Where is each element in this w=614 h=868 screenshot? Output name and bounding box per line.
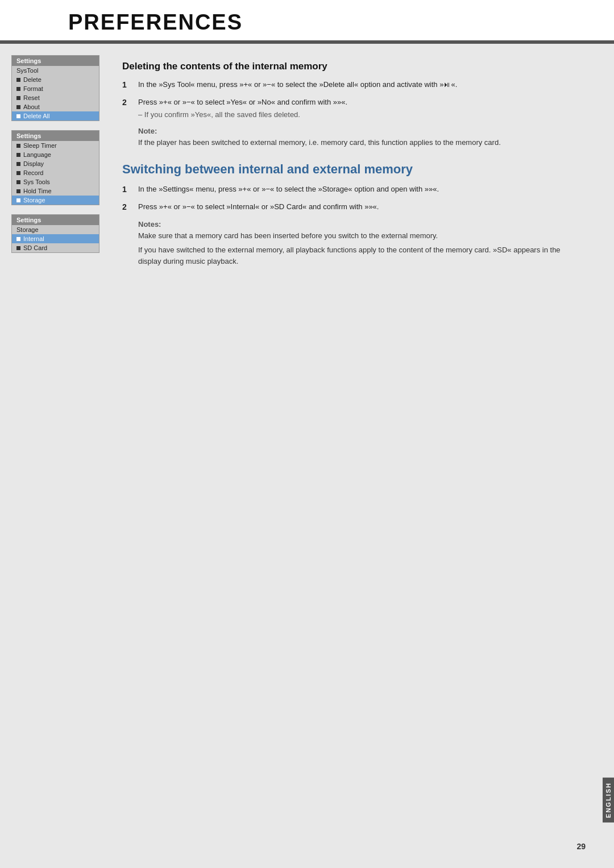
sidebar-item-format-label: Format bbox=[23, 85, 43, 92]
sidebar-item-display[interactable]: Display bbox=[12, 159, 99, 168]
sidebar-item-reset[interactable]: Reset bbox=[12, 93, 99, 102]
step-text: Press »+« or »−« to select »Internal« or… bbox=[138, 201, 379, 213]
sidebar-item-delete-all-label: Delete All bbox=[23, 113, 49, 119]
section2-steps: 1 In the »Settings« menu, press »+« or »… bbox=[122, 184, 580, 213]
sidebar-item-record-label: Record bbox=[23, 169, 43, 176]
sidebar-item-reset-label: Reset bbox=[23, 94, 40, 101]
menu-box-2-header: Settings bbox=[12, 131, 99, 141]
lang-tab: ENGLISH bbox=[603, 778, 614, 823]
sidebar-area: Settings SysTool Delete Format Reset Abo… bbox=[11, 55, 99, 278]
step-text: In the »Settings« menu, press »+« or »−«… bbox=[138, 184, 439, 196]
menu-box-1: Settings SysTool Delete Format Reset Abo… bbox=[11, 55, 99, 121]
sidebar-item-language-label: Language bbox=[23, 151, 51, 158]
sidebar-item-delete-all[interactable]: Delete All bbox=[12, 111, 99, 121]
sidebar-item-about-label: About bbox=[23, 103, 40, 110]
bullet-icon bbox=[16, 189, 20, 193]
sidebar-item-sleep-timer[interactable]: Sleep Timer bbox=[12, 141, 99, 150]
note-label: Notes: bbox=[138, 220, 580, 229]
section1-steps: 1 In the »Sys Tool« menu, press »+« or »… bbox=[122, 79, 580, 120]
step-num: 2 bbox=[122, 201, 132, 213]
sidebar-item-format[interactable]: Format bbox=[12, 84, 99, 93]
menu-box-3-header: Settings bbox=[12, 215, 99, 225]
menu-box-2: Settings Sleep Timer Language Display Re… bbox=[11, 130, 99, 205]
bullet-icon bbox=[16, 180, 20, 184]
bullet-icon bbox=[16, 171, 20, 175]
sidebar-item-delete[interactable]: Delete bbox=[12, 75, 99, 84]
sidebar-item-about[interactable]: About bbox=[12, 102, 99, 111]
sidebar-item-sys-tools[interactable]: Sys Tools bbox=[12, 177, 99, 186]
sidebar-item-hold-time-label: Hold Time bbox=[23, 188, 52, 194]
step-2-content: Press »+« or »−« to select »Yes« or »No«… bbox=[138, 97, 347, 120]
page-title: PREFERENCES bbox=[68, 10, 591, 35]
bullet-icon bbox=[16, 105, 20, 109]
content-area: Deleting the contents of the internal me… bbox=[111, 55, 591, 278]
bullet-icon bbox=[16, 114, 20, 118]
sidebar-item-language[interactable]: Language bbox=[12, 150, 99, 159]
step-num: 1 bbox=[122, 79, 132, 91]
bullet-icon bbox=[16, 96, 20, 100]
sidebar-item-record[interactable]: Record bbox=[12, 168, 99, 177]
bullet-icon bbox=[16, 87, 20, 91]
section1-note: Note: If the player has been switched to… bbox=[138, 127, 580, 148]
step-text: In the »Sys Tool« menu, press »+« or »−«… bbox=[138, 79, 457, 91]
bullet-icon bbox=[16, 237, 20, 241]
step-1-2: 2 Press »+« or »−« to select »Yes« or »N… bbox=[122, 97, 580, 120]
main-layout: Settings SysTool Delete Format Reset Abo… bbox=[0, 44, 614, 289]
menu-box-3: Settings Storage Internal SD Card bbox=[11, 214, 99, 253]
bullet-icon bbox=[16, 162, 20, 166]
bullet-icon bbox=[16, 246, 20, 250]
sidebar-item-hold-time[interactable]: Hold Time bbox=[12, 186, 99, 196]
section2-notes: Notes: Make sure that a memory card has … bbox=[138, 220, 580, 267]
sidebar-item-sys-tools-label: Sys Tools bbox=[23, 178, 50, 185]
sidebar-item-sd-card-label: SD Card bbox=[23, 244, 47, 251]
sub-note: – If you confirm »Yes«, all the saved fi… bbox=[138, 109, 347, 121]
menu-box-1-subheader: SysTool bbox=[12, 66, 99, 75]
sidebar-item-storage[interactable]: Storage bbox=[12, 196, 99, 205]
step-text: Press »+« or »−« to select »Yes« or »No«… bbox=[138, 98, 347, 106]
page-number: 29 bbox=[576, 842, 586, 851]
sidebar-item-sleep-timer-label: Sleep Timer bbox=[23, 142, 57, 149]
section2-title: Switching between internal and external … bbox=[122, 162, 580, 177]
step-1-1: 1 In the »Sys Tool« menu, press »+« or »… bbox=[122, 79, 580, 91]
step-2-2: 2 Press »+« or »−« to select »Internal« … bbox=[122, 201, 580, 213]
note-line-1: Make sure that a memory card has been in… bbox=[138, 230, 580, 242]
sidebar-item-internal[interactable]: Internal bbox=[12, 234, 99, 243]
step-num: 2 bbox=[122, 97, 132, 120]
sidebar-item-sd-card[interactable]: SD Card bbox=[12, 243, 99, 252]
section1-title: Deleting the contents of the internal me… bbox=[122, 61, 580, 72]
sidebar-item-delete-label: Delete bbox=[23, 76, 42, 83]
page-header: PREFERENCES bbox=[0, 0, 614, 42]
bullet-icon bbox=[16, 198, 20, 202]
note-text: If the player has been switched to exter… bbox=[138, 137, 580, 148]
menu-box-3-subheader: Storage bbox=[12, 225, 99, 234]
step-2-1: 1 In the »Settings« menu, press »+« or »… bbox=[122, 184, 580, 196]
bullet-icon bbox=[16, 78, 20, 82]
sidebar-item-internal-label: Internal bbox=[23, 235, 44, 242]
note-line-2: If you have switched to the external mem… bbox=[138, 244, 580, 267]
bullet-icon bbox=[16, 144, 20, 148]
sidebar-item-storage-label: Storage bbox=[23, 197, 45, 203]
sidebar-item-display-label: Display bbox=[23, 160, 44, 167]
note-label: Note: bbox=[138, 127, 580, 135]
step-num: 1 bbox=[122, 184, 132, 196]
bullet-icon bbox=[16, 153, 20, 157]
menu-box-1-header: Settings bbox=[12, 56, 99, 66]
